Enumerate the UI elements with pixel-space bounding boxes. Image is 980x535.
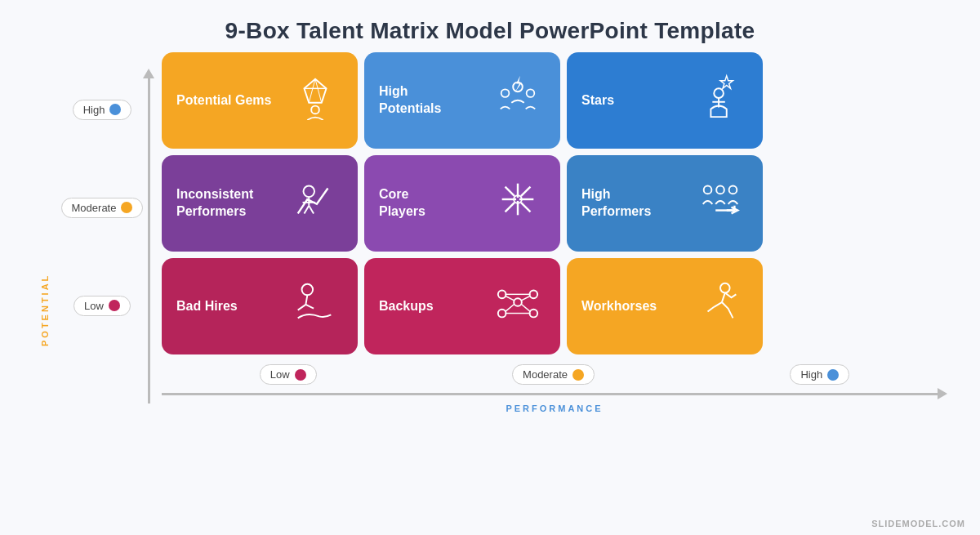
x-low-dot — [295, 369, 306, 381]
gem-person-icon — [287, 73, 343, 128]
svg-point-29 — [729, 186, 737, 194]
y-moderate-label: Moderate — [72, 202, 117, 214]
page-title: 9-Box Talent Matrix Model PowerPoint Tem… — [225, 18, 755, 44]
cell-potential-gems-label: Potential Gems — [176, 92, 287, 109]
cell-workhorses-label: Workhorses — [581, 298, 693, 315]
cell-backups-label: Backups — [379, 298, 490, 315]
cell-high-potentials-label: High Potentials — [379, 83, 490, 118]
fallen-person-icon — [287, 279, 343, 334]
cell-high-performers-label: High Performers — [581, 186, 693, 221]
svg-line-41 — [521, 296, 531, 301]
page-container: 9-Box Talent Matrix Model PowerPoint Tem… — [0, 0, 980, 535]
svg-point-6 — [501, 89, 510, 97]
svg-point-7 — [527, 89, 535, 97]
svg-line-33 — [298, 305, 306, 310]
cell-workhorses[interactable]: Workhorses — [567, 258, 763, 354]
cell-stars[interactable]: Stars — [567, 52, 763, 149]
group-lightning-icon — [490, 73, 546, 128]
x-low-badge: Low — [260, 364, 317, 385]
y-high-dot — [109, 104, 121, 115]
svg-point-10 — [714, 88, 724, 98]
svg-line-32 — [305, 295, 307, 305]
x-low-label: Low — [270, 368, 290, 381]
cell-high-potentials[interactable]: High Potentials — [364, 52, 560, 149]
svg-line-24 — [506, 203, 515, 212]
y-axis-label: POTENTIAL — [40, 281, 50, 346]
climb-chart-icon — [287, 176, 343, 231]
cell-stars-label: Stars — [581, 92, 693, 109]
svg-line-22 — [506, 187, 515, 197]
x-moderate-dot — [572, 369, 584, 381]
cell-bad-hires-label: Bad Hires — [176, 298, 287, 315]
svg-line-17 — [309, 206, 314, 214]
x-high-label: High — [800, 368, 822, 381]
svg-point-13 — [304, 186, 315, 198]
svg-point-4 — [311, 106, 319, 114]
hands-together-icon — [490, 176, 546, 231]
team-arrow-icon — [693, 176, 748, 231]
svg-line-43 — [521, 304, 531, 312]
svg-point-35 — [514, 298, 522, 306]
y-low-dot — [109, 300, 120, 311]
cell-bad-hires[interactable]: Bad Hires — [162, 258, 358, 354]
watermark: SLIDEMODEL.COM — [871, 519, 965, 528]
cell-core-players[interactable]: Core Players — [364, 155, 560, 252]
svg-point-37 — [530, 291, 538, 299]
svg-line-40 — [506, 296, 515, 301]
y-low-badge: Low — [74, 296, 131, 316]
svg-point-27 — [704, 186, 712, 194]
svg-point-31 — [302, 284, 314, 296]
svg-marker-8 — [515, 76, 522, 91]
running-person-icon — [693, 279, 748, 334]
cell-backups[interactable]: Backups — [364, 258, 560, 354]
network-nodes-icon — [490, 279, 546, 334]
x-high-badge: High — [790, 364, 849, 385]
svg-line-16 — [304, 206, 309, 214]
svg-point-39 — [530, 310, 538, 318]
svg-line-25 — [521, 203, 531, 212]
x-moderate-label: Moderate — [523, 368, 568, 381]
svg-line-23 — [521, 187, 531, 197]
svg-point-46 — [720, 283, 730, 293]
y-moderate-badge: Moderate — [61, 198, 144, 218]
y-high-label: High — [83, 104, 105, 116]
y-moderate-dot — [121, 202, 132, 213]
svg-marker-0 — [304, 79, 326, 103]
cell-inconsistent-performers[interactable]: Inconsistent Performers — [162, 155, 358, 252]
svg-marker-9 — [720, 76, 733, 88]
cell-core-players-label: Core Players — [379, 186, 490, 221]
cell-high-performers[interactable]: High Performers — [567, 155, 763, 252]
x-axis-label: PERFORMANCE — [506, 403, 603, 413]
cell-inconsistent-performers-label: Inconsistent Performers — [176, 186, 287, 221]
svg-point-36 — [498, 291, 506, 299]
y-low-label: Low — [84, 300, 104, 312]
svg-line-42 — [506, 304, 515, 312]
cell-potential-gems[interactable]: Potential Gems — [162, 52, 358, 149]
x-high-dot — [827, 369, 839, 381]
svg-point-28 — [716, 186, 724, 194]
star-person-icon — [693, 73, 748, 128]
x-moderate-badge: Moderate — [512, 364, 595, 385]
svg-line-34 — [305, 305, 314, 309]
svg-point-38 — [498, 310, 506, 318]
y-high-badge: High — [73, 100, 132, 120]
